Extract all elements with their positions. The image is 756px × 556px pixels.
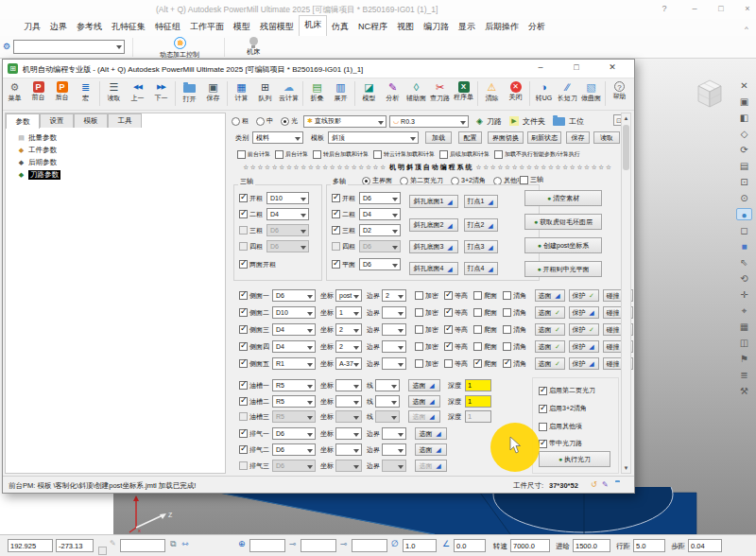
select-arrow-icon[interactable]: ⇖: [736, 256, 752, 269]
cb-side-3[interactable]: [239, 325, 248, 334]
cb-m-rough-2[interactable]: [332, 210, 340, 218]
cb-side-4[interactable]: [239, 342, 248, 351]
viewport-layout-icon[interactable]: ▣: [736, 96, 752, 108]
cb-side-4-dense[interactable]: [415, 342, 423, 351]
cb-mid-finish-toolpath[interactable]: [539, 440, 547, 448]
close-button[interactable]: ×: [735, 4, 756, 13]
tool-combo-rough-1[interactable]: D10: [266, 192, 309, 204]
vent-1-select-face-button[interactable]: 选面: [415, 427, 447, 440]
cb-three-axis-mode[interactable]: [520, 176, 528, 184]
make-surface-button[interactable]: ▧做曲面: [579, 78, 603, 110]
spindle-field[interactable]: 7000.0: [510, 539, 550, 552]
cb-side-1-iso[interactable]: [444, 291, 453, 300]
foreground-button[interactable]: P前台: [26, 78, 50, 110]
queue-button[interactable]: ⊞队列: [253, 78, 277, 110]
cursor-y-field[interactable]: -273.13: [56, 539, 94, 552]
tab-template[interactable]: 模板: [74, 113, 108, 128]
groove-3-line-combo[interactable]: [375, 410, 400, 423]
groove-3-tool-combo[interactable]: R5: [272, 410, 316, 423]
side-4-coord-combo[interactable]: 2: [335, 340, 362, 353]
clear-button[interactable]: ⚠清除: [480, 78, 504, 110]
read-template-button[interactable]: 读取: [593, 131, 620, 144]
cb-enable-other[interactable]: [539, 423, 547, 431]
cb-side-4-corner[interactable]: [503, 342, 511, 351]
vent-3-tool-combo[interactable]: D6: [272, 460, 316, 472]
toolpath-link[interactable]: 刀路: [487, 116, 502, 127]
side-3-coord-combo[interactable]: 2: [335, 323, 362, 336]
probe-field-1[interactable]: [301, 539, 336, 552]
hole-point-1-button[interactable]: 打点1: [464, 195, 498, 208]
tool-combo-rough-2[interactable]: D4: [266, 208, 309, 220]
cb-side-4-iso[interactable]: [444, 342, 453, 351]
view-iso-icon[interactable]: ◇: [736, 128, 752, 140]
help-button[interactable]: ?: [652, 4, 677, 13]
cb-side-5-corner[interactable]: [503, 359, 511, 368]
menu-boundary[interactable]: 边界: [45, 18, 72, 36]
to-ug-button[interactable]: ◑转UG: [532, 78, 556, 110]
macro-button[interactable]: ≣宏: [74, 78, 97, 110]
cb-enable-3plus2[interactable]: [539, 405, 547, 413]
scroll-up-icon[interactable]: ▲: [622, 113, 630, 123]
side-2-tool-combo[interactable]: D10: [272, 306, 316, 319]
vent-3-boundary-combo[interactable]: [382, 460, 406, 472]
groove-2-coord-combo[interactable]: [335, 395, 362, 408]
previous-button[interactable]: ◀◀上一: [126, 78, 149, 110]
feed-field[interactable]: 1500.0: [573, 539, 610, 552]
hole-face-2-button[interactable]: 斜孔底面2: [409, 218, 458, 232]
diameter-field[interactable]: 1.0: [403, 539, 437, 552]
m-tool-combo-3[interactable]: D2: [359, 224, 401, 236]
load-button[interactable]: 加载: [425, 131, 452, 144]
cb-side-5-climb[interactable]: [473, 359, 482, 368]
radio-medium[interactable]: [256, 117, 265, 126]
side-5-select-face-button[interactable]: 选面: [535, 357, 565, 370]
minimize-button[interactable]: –: [682, 4, 707, 13]
dialog-close-button[interactable]: ✕: [600, 62, 625, 72]
cb-m-plane[interactable]: [332, 260, 340, 269]
scrollbar-thumb[interactable]: [623, 125, 629, 170]
vent-1-boundary-combo[interactable]: [382, 427, 406, 440]
cursor-x-field[interactable]: 192.925: [8, 539, 53, 552]
side-5-protect-button[interactable]: 保护: [569, 357, 599, 370]
cb-background-calc[interactable]: [275, 150, 284, 159]
next-button[interactable]: ▶▶下一: [149, 78, 173, 110]
edit-pen-icon[interactable]: ✎: [602, 480, 609, 489]
tab-parameters[interactable]: 参数: [6, 113, 40, 129]
side-3-boundary-combo[interactable]: [382, 323, 406, 336]
vent-2-coord-combo[interactable]: [335, 443, 362, 456]
save-template-button[interactable]: 保存: [566, 131, 590, 144]
cb-side-2-dense[interactable]: [415, 308, 423, 317]
m-tool-combo-1[interactable]: D6: [359, 192, 401, 204]
side-4-select-face-button[interactable]: 选面: [535, 340, 565, 353]
groove-3-depth-field[interactable]: 1: [465, 410, 491, 423]
groove-1-coord-combo[interactable]: [335, 379, 362, 391]
cb-side-1[interactable]: [239, 291, 248, 300]
tab-settings[interactable]: 设置: [40, 113, 74, 128]
section-view-icon[interactable]: ◫: [736, 337, 752, 349]
side-2-boundary-combo[interactable]: [382, 306, 406, 319]
radio-finish[interactable]: [281, 117, 289, 126]
grid-icon[interactable]: ▦: [736, 321, 752, 333]
background-button[interactable]: P后台: [50, 78, 74, 110]
execute-finish-button[interactable]: ●执行光刀: [539, 451, 610, 467]
menu-machine-tool[interactable]: 机床: [299, 15, 327, 36]
collapse-button[interactable]: ▤折叠: [305, 78, 329, 110]
open-button[interactable]: 打开: [178, 78, 201, 110]
menu-feature-group[interactable]: 特征组: [150, 18, 185, 36]
vent-2-select-face-button[interactable]: 选面: [415, 443, 447, 456]
cb-side-3-climb[interactable]: [473, 325, 482, 334]
side-1-tool-combo[interactable]: D6: [272, 289, 316, 302]
dialog-scrollbar[interactable]: ▲ ▼: [621, 113, 631, 474]
menu-analysis[interactable]: 分析: [524, 18, 550, 36]
side-1-coord-combo[interactable]: post: [335, 289, 362, 302]
menu-model[interactable]: 模型: [229, 18, 255, 36]
save-button[interactable]: ▣保存: [201, 78, 225, 110]
cb-m-rough-4[interactable]: [332, 242, 340, 251]
cb-vent-3[interactable]: [239, 461, 248, 470]
side-1-boundary-combo[interactable]: 2: [382, 289, 406, 302]
page-view-icon[interactable]: ▤: [736, 160, 752, 172]
cb-side-1-climb[interactable]: [473, 291, 482, 300]
tool-combo-rough-4[interactable]: D6: [266, 240, 309, 252]
groove-1-depth-field[interactable]: 1: [465, 379, 491, 391]
layers-icon[interactable]: ≣: [736, 369, 752, 381]
aux-surface-button[interactable]: ◊辅助面: [404, 78, 428, 110]
